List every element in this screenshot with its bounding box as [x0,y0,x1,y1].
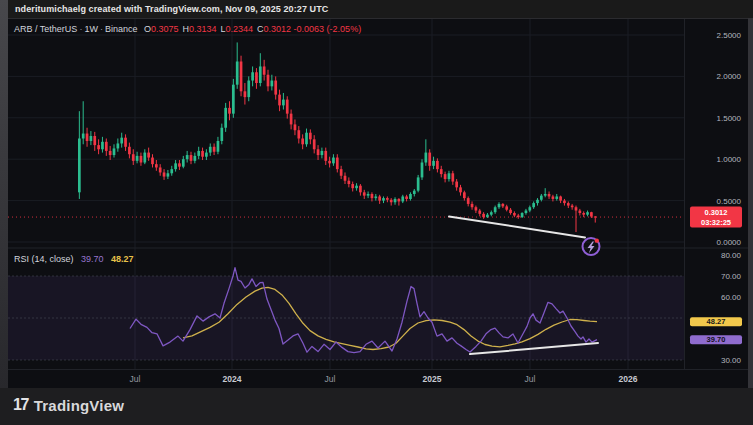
rsi-tick: 70.00 [721,272,741,281]
page-background-gutter [0,0,8,388]
tradingview-wordmark: TradingView [34,397,124,414]
price-axis[interactable]: 0.3012 03:32:25 48.27 39.70 2.50002.0000… [684,19,749,369]
rsi-axis-label: 39.70 [690,335,742,345]
ohlc-o: O0.3075 [144,24,179,34]
rsi-tick: 80.00 [721,251,741,260]
current-price: 0.3012 [690,208,742,218]
chart-widget[interactable]: ARB / TetherUS·1W·Binance O0.3075H0.3134… [8,18,748,388]
time-tick-2024: 2024 [223,374,242,384]
rsi-tick: 60.00 [721,293,741,302]
symbol-title[interactable]: ARB / TetherUS [14,24,77,34]
price-tick: 0.0000 [717,238,741,247]
time-tick-jul: Jul [130,374,141,384]
time-tick-jul: Jul [325,374,336,384]
rsi-ma-value: 48.27 [111,254,134,264]
rsi-title[interactable]: RSI (14, close) [14,254,74,264]
ohlc-c: C0.3012 [257,24,291,34]
time-axis[interactable]: Jul2024Jul2025Jul2026 [8,369,748,390]
price-tick: 0.5000 [717,196,741,205]
time-tick-2025: 2025 [423,374,442,384]
footer-bar: 17 TradingView [0,388,753,425]
rsi-ma-axis-label: 48.27 [690,317,742,327]
time-tick-2026: 2026 [619,374,638,384]
tradingview-logo[interactable]: 17 TradingView [13,396,124,414]
symbol-interval[interactable]: 1W [84,24,98,34]
legend-separator: · [98,24,105,34]
symbol-exchange[interactable]: Binance [105,24,138,34]
price-tick: 2.5000 [717,31,741,40]
price-tick: 2.0000 [717,72,741,81]
tradingview-mark-icon: 17 [13,396,28,414]
price-tick: 1.5000 [717,113,741,122]
price-tick: 1.0000 [717,155,741,164]
attribution-bar: nderitumichaelg created with TradingView… [8,0,753,18]
rsi-legend[interactable]: RSI (14, close) 39.70 48.27 [14,254,134,264]
symbol-legend[interactable]: ARB / TetherUS·1W·Binance O0.3075H0.3134… [14,24,361,34]
time-tick-jul: Jul [525,374,536,384]
current-price-label: 0.3012 03:32:25 [690,207,742,228]
bar-countdown: 03:32:25 [690,217,742,227]
rsi-tick: 30.00 [721,356,741,365]
ohlc-h: H0.3134 [182,24,216,34]
change-value: -0.0063 (-2.05%) [294,24,362,34]
attribution-text: nderitumichaelg created with TradingView… [15,4,328,14]
chart-canvas[interactable] [8,19,748,389]
ohlc-l: L0.2344 [221,24,254,34]
rsi-value: 39.70 [81,254,104,264]
tradingview-screenshot: { "top_bar": { "text": "nderitumichaelg … [0,0,753,425]
ohlc-values: O0.3075H0.3134L0.2344C0.3012 [140,24,291,34]
